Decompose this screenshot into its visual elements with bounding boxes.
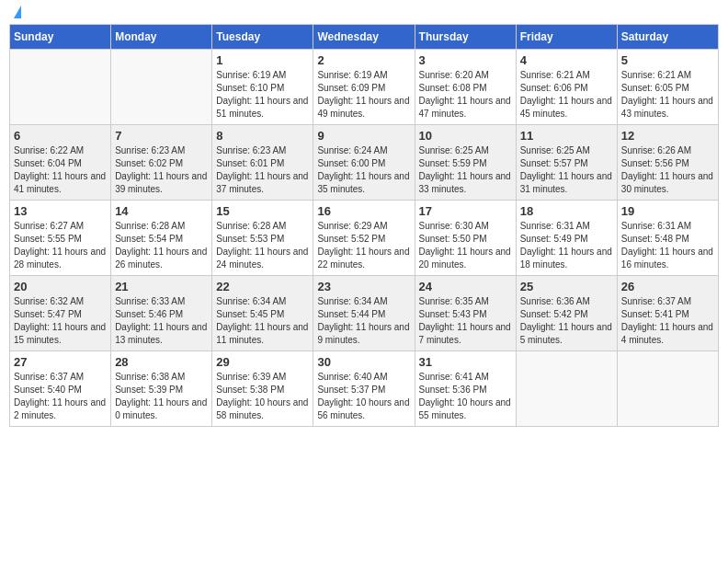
- calendar-cell: 28Sunrise: 6:38 AM Sunset: 5:39 PM Dayli…: [111, 351, 212, 427]
- calendar-week-3: 13Sunrise: 6:27 AM Sunset: 5:55 PM Dayli…: [10, 201, 719, 276]
- day-info: Sunrise: 6:19 AM Sunset: 6:10 PM Dayligh…: [216, 69, 309, 121]
- day-info: Sunrise: 6:25 AM Sunset: 5:59 PM Dayligh…: [419, 144, 512, 196]
- day-number: 7: [115, 129, 208, 143]
- day-info: Sunrise: 6:29 AM Sunset: 5:52 PM Dayligh…: [317, 220, 410, 271]
- day-number: 26: [621, 280, 714, 293]
- calendar-cell: 21Sunrise: 6:33 AM Sunset: 5:46 PM Dayli…: [111, 276, 212, 351]
- day-info: Sunrise: 6:20 AM Sunset: 6:08 PM Dayligh…: [419, 69, 512, 121]
- logo-bird-icon: [14, 6, 21, 18]
- day-info: Sunrise: 6:40 AM Sunset: 5:37 PM Dayligh…: [317, 371, 410, 422]
- calendar-cell: [10, 50, 111, 125]
- calendar-cell: 2Sunrise: 6:19 AM Sunset: 6:09 PM Daylig…: [313, 50, 415, 125]
- day-number: 30: [317, 355, 410, 369]
- calendar-cell: 19Sunrise: 6:31 AM Sunset: 5:48 PM Dayli…: [617, 201, 718, 276]
- day-number: 24: [419, 280, 512, 293]
- day-header-tuesday: Tuesday: [212, 25, 313, 50]
- day-number: 9: [317, 129, 410, 143]
- day-number: 4: [520, 53, 613, 67]
- day-info: Sunrise: 6:34 AM Sunset: 5:44 PM Dayligh…: [317, 295, 410, 347]
- day-header-friday: Friday: [516, 25, 617, 50]
- day-number: 23: [317, 280, 410, 293]
- calendar-cell: 17Sunrise: 6:30 AM Sunset: 5:50 PM Dayli…: [415, 201, 516, 276]
- day-number: 2: [317, 53, 410, 67]
- calendar-cell: 18Sunrise: 6:31 AM Sunset: 5:49 PM Dayli…: [516, 201, 617, 276]
- day-number: 12: [621, 129, 714, 143]
- day-info: Sunrise: 6:28 AM Sunset: 5:53 PM Dayligh…: [216, 220, 309, 271]
- day-number: 10: [419, 129, 512, 143]
- day-number: 13: [14, 204, 107, 218]
- day-info: Sunrise: 6:23 AM Sunset: 6:01 PM Dayligh…: [216, 144, 309, 196]
- day-number: 29: [216, 355, 309, 369]
- day-header-monday: Monday: [111, 25, 212, 50]
- calendar-cell: 15Sunrise: 6:28 AM Sunset: 5:53 PM Dayli…: [212, 201, 313, 276]
- day-number: 6: [14, 129, 107, 143]
- day-info: Sunrise: 6:41 AM Sunset: 5:36 PM Dayligh…: [419, 371, 512, 422]
- day-number: 15: [216, 204, 309, 218]
- day-number: 8: [216, 129, 309, 143]
- calendar-cell: 20Sunrise: 6:32 AM Sunset: 5:47 PM Dayli…: [10, 276, 111, 351]
- day-number: 31: [419, 355, 512, 369]
- day-number: 16: [317, 204, 410, 218]
- calendar-cell: 25Sunrise: 6:36 AM Sunset: 5:42 PM Dayli…: [516, 276, 617, 351]
- day-number: 28: [115, 355, 208, 369]
- day-info: Sunrise: 6:35 AM Sunset: 5:43 PM Dayligh…: [419, 295, 512, 347]
- day-number: 1: [216, 53, 309, 67]
- calendar-cell: 8Sunrise: 6:23 AM Sunset: 6:01 PM Daylig…: [212, 125, 313, 201]
- day-info: Sunrise: 6:32 AM Sunset: 5:47 PM Dayligh…: [14, 295, 107, 347]
- calendar-cell: 12Sunrise: 6:26 AM Sunset: 5:56 PM Dayli…: [617, 125, 718, 201]
- calendar-cell: 11Sunrise: 6:25 AM Sunset: 5:57 PM Dayli…: [516, 125, 617, 201]
- day-info: Sunrise: 6:31 AM Sunset: 5:48 PM Dayligh…: [621, 220, 714, 271]
- day-info: Sunrise: 6:22 AM Sunset: 6:04 PM Dayligh…: [14, 144, 107, 196]
- day-number: 20: [14, 280, 107, 293]
- day-number: 22: [216, 280, 309, 293]
- day-header-thursday: Thursday: [415, 25, 516, 50]
- calendar-cell: 1Sunrise: 6:19 AM Sunset: 6:10 PM Daylig…: [212, 50, 313, 125]
- day-info: Sunrise: 6:33 AM Sunset: 5:46 PM Dayligh…: [115, 295, 208, 347]
- day-info: Sunrise: 6:19 AM Sunset: 6:09 PM Dayligh…: [317, 69, 410, 121]
- day-number: 21: [115, 280, 208, 293]
- day-info: Sunrise: 6:21 AM Sunset: 6:06 PM Dayligh…: [520, 69, 613, 121]
- day-number: 14: [115, 204, 208, 218]
- day-info: Sunrise: 6:37 AM Sunset: 5:40 PM Dayligh…: [14, 371, 107, 422]
- day-number: 25: [520, 280, 613, 293]
- day-number: 27: [14, 355, 107, 369]
- day-info: Sunrise: 6:38 AM Sunset: 5:39 PM Dayligh…: [115, 371, 208, 422]
- day-info: Sunrise: 6:30 AM Sunset: 5:50 PM Dayligh…: [419, 220, 512, 271]
- day-number: 18: [520, 204, 613, 218]
- calendar-cell: 30Sunrise: 6:40 AM Sunset: 5:37 PM Dayli…: [313, 351, 415, 427]
- calendar-cell: 27Sunrise: 6:37 AM Sunset: 5:40 PM Dayli…: [10, 351, 111, 427]
- calendar-cell: [111, 50, 212, 125]
- day-info: Sunrise: 6:36 AM Sunset: 5:42 PM Dayligh…: [520, 295, 613, 347]
- calendar-cell: 29Sunrise: 6:39 AM Sunset: 5:38 PM Dayli…: [212, 351, 313, 427]
- calendar-cell: 24Sunrise: 6:35 AM Sunset: 5:43 PM Dayli…: [415, 276, 516, 351]
- day-number: 11: [520, 129, 613, 143]
- calendar-cell: 10Sunrise: 6:25 AM Sunset: 5:59 PM Dayli…: [415, 125, 516, 201]
- day-info: Sunrise: 6:31 AM Sunset: 5:49 PM Dayligh…: [520, 220, 613, 271]
- day-header-wednesday: Wednesday: [313, 25, 415, 50]
- calendar-cell: 22Sunrise: 6:34 AM Sunset: 5:45 PM Dayli…: [212, 276, 313, 351]
- calendar-cell: 16Sunrise: 6:29 AM Sunset: 5:52 PM Dayli…: [313, 201, 415, 276]
- calendar-week-4: 20Sunrise: 6:32 AM Sunset: 5:47 PM Dayli…: [10, 276, 719, 351]
- day-number: 5: [621, 53, 714, 67]
- calendar-cell: 14Sunrise: 6:28 AM Sunset: 5:54 PM Dayli…: [111, 201, 212, 276]
- calendar-cell: 3Sunrise: 6:20 AM Sunset: 6:08 PM Daylig…: [415, 50, 516, 125]
- day-header-sunday: Sunday: [10, 25, 111, 50]
- calendar-cell: [617, 351, 718, 427]
- page-header: [9, 9, 719, 17]
- calendar-week-1: 1Sunrise: 6:19 AM Sunset: 6:10 PM Daylig…: [10, 50, 719, 125]
- calendar-cell: 9Sunrise: 6:24 AM Sunset: 6:00 PM Daylig…: [313, 125, 415, 201]
- day-number: 19: [621, 204, 714, 218]
- calendar-cell: 31Sunrise: 6:41 AM Sunset: 5:36 PM Dayli…: [415, 351, 516, 427]
- day-info: Sunrise: 6:23 AM Sunset: 6:02 PM Dayligh…: [115, 144, 208, 196]
- day-info: Sunrise: 6:25 AM Sunset: 5:57 PM Dayligh…: [520, 144, 613, 196]
- calendar-week-2: 6Sunrise: 6:22 AM Sunset: 6:04 PM Daylig…: [10, 125, 719, 201]
- calendar-week-5: 27Sunrise: 6:37 AM Sunset: 5:40 PM Dayli…: [10, 351, 719, 427]
- day-number: 3: [419, 53, 512, 67]
- calendar-cell: 5Sunrise: 6:21 AM Sunset: 6:05 PM Daylig…: [617, 50, 718, 125]
- day-info: Sunrise: 6:21 AM Sunset: 6:05 PM Dayligh…: [621, 69, 714, 121]
- day-info: Sunrise: 6:39 AM Sunset: 5:38 PM Dayligh…: [216, 371, 309, 422]
- calendar-cell: [516, 351, 617, 427]
- day-info: Sunrise: 6:37 AM Sunset: 5:41 PM Dayligh…: [621, 295, 714, 347]
- calendar-cell: 26Sunrise: 6:37 AM Sunset: 5:41 PM Dayli…: [617, 276, 718, 351]
- day-info: Sunrise: 6:28 AM Sunset: 5:54 PM Dayligh…: [115, 220, 208, 271]
